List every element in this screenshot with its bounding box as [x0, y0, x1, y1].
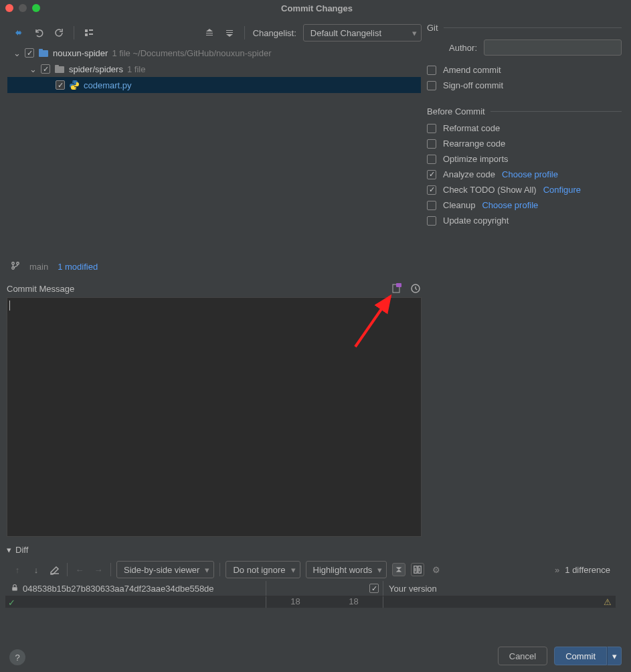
line-right: 18	[325, 596, 383, 608]
tree-statusbar: main 1 modified	[7, 258, 422, 274]
checkbox[interactable]	[427, 66, 436, 75]
svg-rect-3	[89, 33, 93, 35]
folder-icon	[54, 64, 65, 74]
collapse-all-icon[interactable]	[223, 26, 236, 39]
chevron-down-icon: ▾	[291, 565, 296, 575]
checkbox[interactable]	[427, 185, 436, 195]
tree-folder-name: spider/spiders	[69, 64, 123, 74]
rearrange-option[interactable]: Rearrange code	[427, 139, 622, 149]
viewer-mode-value: Side-by-side viewer	[124, 565, 199, 575]
highlight-combo[interactable]: Highlight words ▾	[306, 561, 387, 578]
todo-link[interactable]: Configure	[543, 185, 581, 195]
next-diff-icon[interactable]: ↓	[29, 563, 43, 576]
checkbox[interactable]	[427, 216, 436, 226]
checkbox[interactable]	[427, 139, 436, 149]
warning-icon: ⚠	[604, 597, 612, 607]
svg-rect-16	[396, 283, 401, 287]
show-diff-icon[interactable]	[12, 26, 25, 39]
changes-tree[interactable]: ⌄ nouxun-spider 1 file ~/Documents/GitHu…	[7, 44, 422, 258]
commit-message-header: Commit Message	[7, 282, 422, 295]
collapse-unchanged-icon[interactable]	[392, 563, 405, 576]
checkbox[interactable]	[427, 81, 436, 90]
prev-file-icon[interactable]: ←	[73, 563, 86, 576]
checkbox[interactable]	[41, 64, 50, 74]
prev-diff-icon[interactable]: ↑	[11, 563, 24, 576]
checkbox[interactable]	[427, 201, 436, 210]
chevron-down-icon[interactable]: ⌄	[13, 48, 21, 58]
next-file-icon[interactable]: →	[92, 563, 105, 576]
tree-folder-row[interactable]: ⌄ spider/spiders 1 file	[7, 61, 421, 77]
svg-point-14	[17, 262, 19, 264]
branch-name: main	[29, 262, 48, 272]
svg-point-12	[12, 262, 15, 264]
whitespace-value: Do not ignore	[233, 565, 285, 575]
annotation-arrow	[349, 290, 402, 350]
reformat-option[interactable]: Reformat code	[427, 123, 622, 133]
diff-label: Diff	[15, 545, 28, 555]
changelist-combo[interactable]: Default Changelist ▾	[303, 24, 422, 41]
modified-count[interactable]: 1 modified	[58, 262, 98, 272]
commit-dropdown[interactable]: ▾	[607, 647, 622, 665]
svg-rect-4	[206, 33, 213, 33]
revert-icon[interactable]	[32, 26, 46, 39]
chevron-down-icon: ▾	[412, 28, 417, 38]
dialog-buttons: ? Cancel Commit ▾	[0, 632, 631, 672]
window-controls	[5, 4, 40, 12]
commit-message-template-icon[interactable]	[391, 282, 403, 295]
minimize-window-icon[interactable]	[19, 4, 27, 12]
analyze-option[interactable]: Analyze code Choose profile	[427, 169, 622, 179]
checkbox[interactable]	[369, 584, 379, 593]
checkbox[interactable]	[427, 170, 436, 179]
svg-rect-0	[85, 29, 88, 32]
maximize-window-icon[interactable]	[32, 4, 40, 12]
analyze-link[interactable]: Choose profile	[502, 169, 558, 179]
history-icon[interactable]	[410, 282, 422, 295]
tree-root-row[interactable]: ⌄ nouxun-spider 1 file ~/Documents/GitHu…	[7, 45, 421, 61]
svg-rect-1	[85, 33, 88, 36]
jump-to-source-icon[interactable]	[48, 563, 62, 576]
before-section-label: Before Commit	[427, 106, 485, 116]
svg-rect-21	[12, 587, 17, 590]
cleanup-link[interactable]: Choose profile	[482, 200, 538, 210]
amend-label: Amend commit	[443, 65, 501, 75]
viewer-mode-combo[interactable]: Side-by-side viewer ▾	[116, 561, 214, 578]
commit-message-label: Commit Message	[7, 284, 74, 294]
cancel-button[interactable]: Cancel	[498, 647, 547, 665]
commit-button[interactable]: Commit	[554, 647, 607, 665]
group-by-icon[interactable]	[82, 26, 96, 39]
cleanup-option[interactable]: Cleanup Choose profile	[427, 200, 622, 210]
chevron-down-icon[interactable]: ⌄	[29, 64, 37, 74]
refresh-icon[interactable]	[52, 26, 66, 39]
checkbox[interactable]	[427, 124, 436, 133]
amend-option[interactable]: Amend commit	[427, 65, 622, 75]
optimize-option[interactable]: Optimize imports	[427, 154, 622, 164]
whitespace-combo[interactable]: Do not ignore ▾	[226, 561, 300, 578]
commit-toolbar: Changelist: Default Changelist ▾	[7, 21, 422, 44]
diff-section-header[interactable]: ▾ Diff	[7, 541, 422, 558]
titlebar: Commit Changes	[0, 0, 631, 16]
svg-rect-8	[39, 50, 48, 57]
checkbox[interactable]	[25, 48, 34, 58]
svg-rect-2	[89, 29, 93, 31]
analyze-label: Analyze code	[443, 169, 495, 179]
author-label: Author:	[427, 43, 477, 53]
module-icon	[38, 48, 49, 58]
close-window-icon[interactable]	[5, 4, 13, 12]
tree-file-row[interactable]: codemart.py	[7, 77, 421, 93]
commit-message-input[interactable]	[7, 297, 422, 537]
signoff-option[interactable]: Sign-off commit	[427, 80, 622, 90]
chevron-down-icon: ▾	[7, 545, 11, 555]
checkbox[interactable]	[427, 155, 436, 164]
diff-body: ✓ 18 18 ⚠	[5, 596, 616, 608]
svg-rect-6	[226, 30, 233, 31]
reformat-label: Reformat code	[443, 123, 500, 133]
branch-icon	[11, 261, 20, 272]
git-section-label: Git	[427, 23, 438, 33]
before-section-header: Before Commit	[427, 106, 622, 116]
copyright-option[interactable]: Update copyright	[427, 216, 622, 226]
help-button[interactable]: ?	[9, 649, 25, 665]
todo-option[interactable]: Check TODO (Show All) Configure	[427, 185, 622, 195]
expand-all-icon[interactable]	[203, 26, 216, 39]
author-input[interactable]	[484, 39, 622, 56]
checkbox[interactable]	[56, 80, 65, 90]
